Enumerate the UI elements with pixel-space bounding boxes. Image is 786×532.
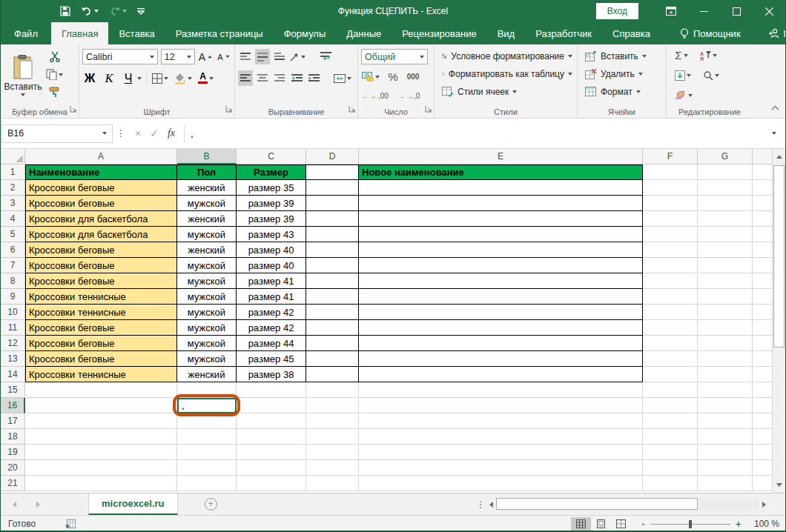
row-header-3[interactable]: 3 xyxy=(1,196,25,211)
zoom-slider-thumb[interactable] xyxy=(689,520,692,528)
font-size-select[interactable]: 12 xyxy=(161,49,195,64)
vertical-scrollbar-thumb[interactable] xyxy=(773,165,785,348)
macro-record-icon[interactable] xyxy=(65,519,76,528)
tab-page-layout[interactable]: Разметка страницы xyxy=(165,22,274,44)
cell-B3[interactable]: мужской xyxy=(177,196,237,211)
cell-E17[interactable] xyxy=(359,413,643,429)
cell-A17[interactable] xyxy=(25,413,177,429)
underline-button[interactable]: Ч xyxy=(121,70,136,86)
ribbon-display-options-icon[interactable] xyxy=(655,0,687,22)
fill-color-dropdown-icon[interactable] xyxy=(188,77,192,80)
cell-C17[interactable] xyxy=(237,413,306,429)
format-as-table-button[interactable]: Форматировать как таблицу xyxy=(440,65,574,83)
cell-A19[interactable] xyxy=(25,445,177,460)
cell-E11[interactable] xyxy=(359,320,643,336)
row-header-15[interactable]: 15 xyxy=(1,382,25,398)
cell-F13[interactable] xyxy=(643,351,698,367)
wrap-text-icon[interactable] xyxy=(318,49,333,64)
number-format-select[interactable]: Общий xyxy=(361,49,428,64)
cell-E18[interactable] xyxy=(359,429,643,445)
cell-A4[interactable]: Кроссовки для баскетбола xyxy=(25,211,177,227)
zoom-slider[interactable] xyxy=(650,524,730,525)
format-painter-icon[interactable] xyxy=(45,84,64,100)
cell-G20[interactable] xyxy=(698,460,753,476)
save-icon[interactable] xyxy=(60,6,70,16)
expand-formula-bar-icon[interactable] xyxy=(766,132,782,135)
cell-B20[interactable] xyxy=(177,460,237,476)
clear-icon[interactable] xyxy=(674,87,693,103)
cell-E20[interactable] xyxy=(359,460,643,476)
cell-G1[interactable] xyxy=(698,164,753,180)
cell-B2[interactable]: женский xyxy=(177,180,237,196)
increase-indent-icon[interactable] xyxy=(306,70,321,86)
cell-H19[interactable] xyxy=(753,445,773,460)
fill-handle[interactable] xyxy=(234,410,237,413)
cell-E7[interactable] xyxy=(359,258,643,273)
cell-H7[interactable] xyxy=(753,258,773,273)
cell-A8[interactable]: Кроссовки беговые xyxy=(25,273,177,289)
cell-F10[interactable] xyxy=(643,305,698,320)
cell-A3[interactable]: Кроссовки беговые xyxy=(25,196,177,211)
minimize-button[interactable] xyxy=(687,0,720,22)
name-box-dropdown-icon[interactable] xyxy=(102,132,107,135)
cell-C4[interactable]: размер 39 xyxy=(237,211,306,227)
align-center-icon[interactable] xyxy=(255,70,270,86)
tab-review[interactable]: Рецензирование xyxy=(392,22,486,44)
redo-dropdown-icon[interactable] xyxy=(122,10,127,13)
cell-F21[interactable] xyxy=(643,476,698,491)
cell-B4[interactable]: женский xyxy=(177,211,237,227)
comma-style-button[interactable]: 000 xyxy=(406,69,420,84)
cell-F2[interactable] xyxy=(643,180,698,196)
cell-H4[interactable] xyxy=(753,211,773,227)
page-break-view-icon[interactable] xyxy=(611,517,631,531)
cell-D11[interactable] xyxy=(306,320,359,336)
cell-G13[interactable] xyxy=(698,351,753,367)
cell-B1[interactable]: Пол xyxy=(177,164,237,180)
cell-B6[interactable]: женский xyxy=(177,242,237,258)
fill-down-icon[interactable] xyxy=(674,67,692,83)
percent-style-button[interactable]: % xyxy=(386,69,400,84)
cell-G21[interactable] xyxy=(698,476,753,491)
redo-icon[interactable] xyxy=(109,7,127,16)
cell-E12[interactable] xyxy=(359,336,643,351)
row-header-12[interactable]: 12 xyxy=(1,336,25,351)
cell-E4[interactable] xyxy=(359,211,643,227)
cell-H14[interactable] xyxy=(753,367,773,382)
cell-H21[interactable] xyxy=(753,476,773,491)
cell-H11[interactable] xyxy=(753,320,773,336)
bold-button[interactable]: Ж xyxy=(82,70,97,86)
cancel-icon[interactable]: × xyxy=(135,127,141,139)
zoom-out-icon[interactable]: - xyxy=(641,520,645,528)
cell-G9[interactable] xyxy=(698,289,753,305)
scroll-left-icon[interactable] xyxy=(486,498,496,511)
tab-formulas[interactable]: Формулы xyxy=(274,22,337,44)
undo-icon[interactable] xyxy=(81,7,99,16)
cell-A6[interactable]: Кроссовки беговые xyxy=(25,242,177,258)
cell-G2[interactable] xyxy=(698,180,753,196)
sign-in-button[interactable]: Вход xyxy=(596,3,638,19)
row-header-8[interactable]: 8 xyxy=(1,273,25,289)
cell-H5[interactable] xyxy=(753,227,773,242)
row-header-5[interactable]: 5 xyxy=(1,227,25,242)
new-sheet-icon[interactable]: + xyxy=(205,498,217,511)
font-name-select[interactable]: Calibri xyxy=(82,49,158,64)
cell-C21[interactable] xyxy=(237,476,306,491)
column-header-B[interactable]: B xyxy=(177,149,237,164)
cell-C12[interactable]: размер 44 xyxy=(237,336,306,351)
cell-A15[interactable] xyxy=(25,382,177,398)
cell-F14[interactable] xyxy=(643,367,698,382)
cell-E19[interactable] xyxy=(359,445,643,460)
zoom-in-icon[interactable]: + xyxy=(736,520,742,528)
insert-cells-button[interactable]: Вставить xyxy=(584,47,663,65)
row-header-11[interactable]: 11 xyxy=(1,320,25,336)
cell-B5[interactable]: мужской xyxy=(177,227,237,242)
cell-C10[interactable]: размер 42 xyxy=(237,305,306,320)
cell-E6[interactable] xyxy=(359,242,643,258)
cell-C6[interactable]: размер 40 xyxy=(237,242,306,258)
row-header-18[interactable]: 18 xyxy=(1,429,25,445)
row-header-9[interactable]: 9 xyxy=(1,289,25,305)
cell-E2[interactable] xyxy=(359,180,643,196)
prev-sheet-icon[interactable] xyxy=(7,502,22,508)
row-header-13[interactable]: 13 xyxy=(1,351,25,367)
cell-A2[interactable]: Кроссовки беговые xyxy=(25,180,177,196)
